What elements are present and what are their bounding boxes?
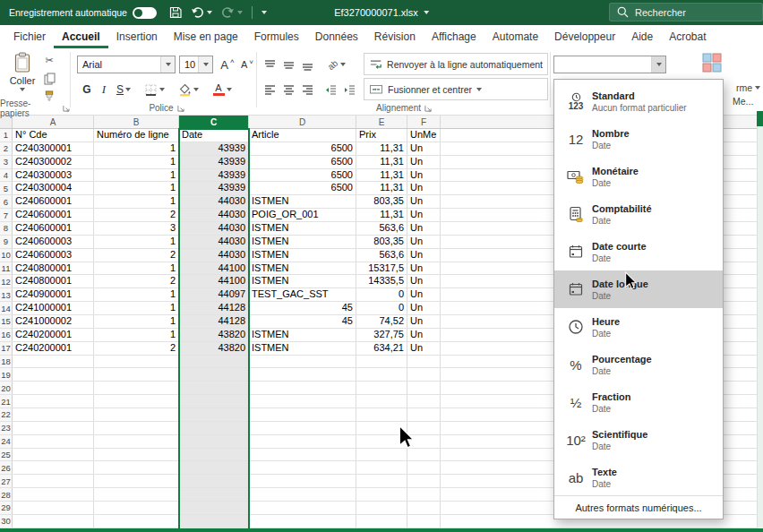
cell-B3[interactable]: 1	[94, 156, 179, 168]
tab-donnees[interactable]: Données	[307, 25, 366, 48]
cell-F16[interactable]: Un	[407, 329, 441, 341]
autosave-control[interactable]: Enregistrement automatique	[9, 7, 157, 19]
align-right-button[interactable]	[299, 81, 315, 99]
cell-C27[interactable]	[179, 475, 249, 487]
cell-A2[interactable]: C240300001	[13, 142, 94, 155]
format-option-fraction[interactable]: ½FractionDate	[554, 383, 723, 421]
row-header-14[interactable]: 14	[0, 302, 13, 314]
cell-B17[interactable]: 2	[94, 342, 179, 355]
cell-F1[interactable]: UnMe	[407, 129, 441, 142]
cell-C4[interactable]: 43939	[179, 169, 249, 182]
cell-B25[interactable]	[94, 449, 179, 461]
cell-F17[interactable]: Un	[407, 342, 441, 355]
tab-developpeur[interactable]: Développeur	[546, 25, 623, 48]
cell-F30[interactable]	[407, 515, 441, 528]
column-header-C[interactable]: C	[179, 116, 249, 128]
row-header-29[interactable]: 29	[0, 502, 13, 514]
copy-button[interactable]	[41, 72, 57, 85]
cell-C20[interactable]	[179, 382, 249, 394]
cell-A23[interactable]	[13, 422, 94, 434]
wrap-text-button[interactable]: Renvoyer à la ligne automatiquement	[364, 53, 548, 75]
format-option-scientifique[interactable]: 10²ScientifiqueDate	[554, 421, 723, 459]
cell-A19[interactable]	[13, 368, 94, 381]
row-header-28[interactable]: 28	[0, 488, 13, 501]
row-header-26[interactable]: 26	[0, 461, 13, 474]
tab-formules[interactable]: Formules	[246, 25, 307, 48]
tab-aide[interactable]: Aide	[623, 25, 661, 48]
cell-B19[interactable]	[94, 368, 179, 381]
cell-C25[interactable]	[179, 449, 249, 461]
cell-F22[interactable]	[407, 408, 441, 421]
cell-A10[interactable]: C240600003	[13, 249, 94, 262]
cell-D28[interactable]	[249, 488, 356, 501]
cell-D13[interactable]: TEST_GAC_SST	[249, 288, 356, 301]
cell-E1[interactable]: Prix	[356, 129, 407, 142]
tab-automate[interactable]: Automate	[484, 25, 546, 48]
cell-C11[interactable]: 44100	[179, 262, 249, 275]
format-option-heure[interactable]: HeureDate	[554, 308, 723, 346]
cell-B28[interactable]	[94, 488, 179, 501]
cell-B22[interactable]	[94, 408, 179, 421]
cell-C6[interactable]: 44030	[179, 195, 249, 208]
cell-D14[interactable]: 45	[249, 302, 356, 314]
dialog-launcher-icon[interactable]	[177, 105, 184, 112]
cell-E3[interactable]: 11,31	[356, 156, 407, 168]
cell-E12[interactable]: 14335,5	[356, 275, 407, 287]
cell-A6[interactable]: C240600001	[13, 195, 94, 208]
cell-D17[interactable]: ISTMEN	[249, 342, 356, 355]
tab-revision[interactable]: Révision	[366, 25, 424, 48]
cell-A24[interactable]	[13, 435, 94, 448]
cell-D12[interactable]: ISTMEN	[249, 275, 356, 287]
row-header-18[interactable]: 18	[0, 356, 13, 368]
align-top-button[interactable]	[261, 56, 278, 73]
row-header-21[interactable]: 21	[0, 395, 13, 408]
cell-F5[interactable]: Un	[407, 182, 441, 194]
cell-D24[interactable]	[249, 435, 356, 448]
cell-D30[interactable]	[249, 515, 356, 528]
cell-A14[interactable]: C241000001	[13, 302, 94, 314]
cell-C16[interactable]: 43820	[179, 329, 249, 341]
cell-D21[interactable]	[249, 395, 356, 408]
align-middle-button[interactable]	[280, 56, 296, 73]
format-option-texte[interactable]: abTexteDate	[554, 459, 723, 496]
row-header-15[interactable]: 15	[0, 315, 13, 328]
cell-B29[interactable]	[94, 502, 179, 514]
cell-C15[interactable]: 44128	[179, 315, 249, 328]
cell-E13[interactable]: 0	[356, 288, 407, 301]
cell-D19[interactable]	[249, 368, 356, 381]
cell-F4[interactable]: Un	[407, 169, 441, 182]
cell-C12[interactable]: 44100	[179, 275, 249, 287]
row-header-24[interactable]: 24	[0, 435, 13, 448]
cell-A3[interactable]: C240300002	[13, 156, 94, 168]
cell-C26[interactable]	[179, 461, 249, 474]
cell-C21[interactable]	[179, 395, 249, 408]
cell-D27[interactable]	[249, 475, 356, 487]
underline-button[interactable]: S	[113, 81, 134, 99]
cell-D1[interactable]: Article	[249, 129, 356, 142]
cell-C14[interactable]: 44128	[179, 302, 249, 314]
cell-F13[interactable]: Un	[407, 288, 441, 301]
tab-insertion[interactable]: Insertion	[108, 25, 166, 48]
cell-A1[interactable]: N° Cde	[13, 129, 94, 142]
cell-D16[interactable]: ISTMEN	[249, 329, 356, 341]
increase-indent-button[interactable]	[341, 81, 357, 99]
row-header-4[interactable]: 4	[0, 169, 13, 182]
cell-E14[interactable]: 0	[356, 302, 407, 314]
cell-B15[interactable]: 1	[94, 315, 179, 328]
cell-D29[interactable]	[249, 502, 356, 514]
cell-F10[interactable]: Un	[407, 249, 441, 262]
row-header-3[interactable]: 3	[0, 156, 13, 168]
cell-D6[interactable]: ISTMEN	[249, 195, 356, 208]
font-size-dropdown-icon[interactable]	[198, 56, 212, 73]
truncated-button-label[interactable]: rme	[736, 82, 760, 93]
cell-F9[interactable]: Un	[407, 236, 441, 248]
cell-D3[interactable]: 6500	[249, 156, 356, 168]
cell-F6[interactable]: Un	[407, 195, 441, 208]
cell-E16[interactable]: 327,75	[356, 329, 407, 341]
cell-B5[interactable]: 1	[94, 182, 179, 194]
more-number-formats-button[interactable]: Autres formats numériques...	[554, 495, 723, 519]
cell-C29[interactable]	[179, 502, 249, 514]
cell-C28[interactable]	[179, 488, 249, 501]
number-format-dropdown-icon[interactable]	[651, 56, 665, 73]
tab-accueil[interactable]: Accueil	[54, 25, 108, 48]
